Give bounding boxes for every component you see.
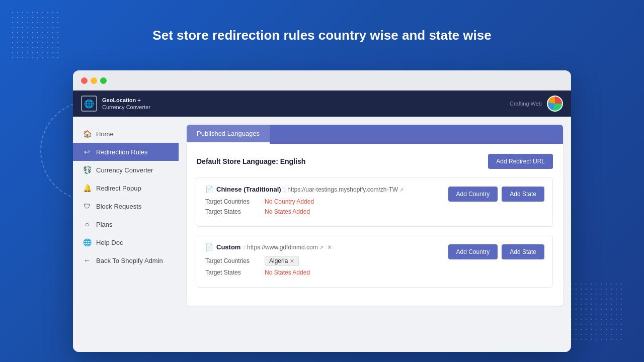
sidebar-item-back-to-shopify[interactable]: ← Back To Shopify Admin: [73, 251, 179, 269]
lang-actions-custom: Add Country Add State: [448, 243, 544, 259]
target-countries-label-custom: Target Countries: [205, 257, 261, 264]
target-states-label-chinese: Target States: [205, 208, 261, 215]
no-country-chinese: No Country Added: [265, 198, 314, 205]
no-states-chinese: No States Added: [265, 208, 310, 215]
language-card-custom: 📄 Custom : https://www.gdfdmmd.com ↗ ✕: [197, 235, 553, 288]
tab-published-languages[interactable]: Published Languages: [187, 125, 270, 144]
title-bar: [73, 70, 571, 90]
delete-icon-custom[interactable]: ✕: [327, 244, 332, 251]
lang-row-chinese: 📄 Chinese (Traditional) : https://uar-te…: [205, 186, 544, 218]
avatar: [547, 96, 563, 112]
target-countries-label-chinese: Target Countries: [205, 198, 261, 205]
lang-actions-chinese: Add Country Add State: [448, 186, 544, 202]
sidebar-item-home[interactable]: 🏠 Home: [73, 125, 179, 143]
sidebar-label-back-to-shopify: Back To Shopify Admin: [96, 257, 163, 264]
traffic-lights: [81, 77, 107, 84]
lang-name-chinese: Chinese (Traditional): [216, 186, 281, 193]
lang-info-custom: 📄 Custom : https://www.gdfdmmd.com ↗ ✕: [205, 243, 448, 279]
target-countries-row-chinese: Target Countries No Country Added: [205, 198, 448, 205]
add-state-button-custom[interactable]: Add State: [502, 244, 544, 259]
tab-label-published-languages: Published Languages: [197, 130, 260, 137]
tab-header: Published Languages: [187, 125, 563, 144]
lang-info-chinese: 📄 Chinese (Traditional) : https://uar-te…: [205, 186, 448, 218]
default-store-row: Default Store Language: English Add Redi…: [197, 154, 553, 169]
globe-icon: 🌐: [84, 99, 94, 109]
store-name: Crafting Web: [510, 101, 542, 107]
logo-text: GeoLocation + Currency Converter: [102, 97, 150, 111]
maximize-button[interactable]: [100, 77, 107, 84]
sidebar-label-block-requests: Block Requests: [96, 203, 141, 210]
browser-window: 🌐 GeoLocation + Currency Converter Craft…: [73, 70, 571, 352]
bell-icon: 🔔: [83, 184, 91, 192]
logo-icon: 🌐: [81, 96, 97, 112]
external-link-icon-chinese: ↗: [399, 187, 404, 193]
sidebar-label-plans: Plans: [96, 221, 113, 228]
target-states-row-custom: Target States No States Added: [205, 269, 448, 276]
content-area: Published Languages Default Store Langua…: [179, 117, 571, 352]
card-content: Default Store Language: English Add Redi…: [187, 144, 563, 306]
no-states-custom: No States Added: [265, 269, 310, 276]
doc-icon-custom: 📄: [205, 243, 213, 251]
lang-name-row-chinese: 📄 Chinese (Traditional) : https://uar-te…: [205, 186, 448, 193]
sidebar-item-redirect-popup[interactable]: 🔔 Redirect Popup: [73, 179, 179, 197]
main-layout: 🏠 Home ↩ Redirection Rules 💱 Currency Co…: [73, 117, 571, 352]
sidebar-item-help-doc[interactable]: 🌐 Help Doc: [73, 233, 179, 251]
sidebar-label-currency-converter: Currency Converter: [96, 166, 153, 174]
lang-row-custom: 📄 Custom : https://www.gdfdmmd.com ↗ ✕: [205, 243, 544, 279]
lang-url-chinese: : https://uar-testings.myshopify.com/zh-…: [284, 186, 404, 193]
shield-icon: 🛡: [83, 202, 91, 210]
sidebar-label-redirect-popup: Redirect Popup: [96, 185, 141, 192]
currency-icon: 💱: [83, 166, 91, 174]
add-redirect-url-button[interactable]: Add Redirect URL: [488, 154, 553, 169]
logo-line1: GeoLocation +: [102, 97, 150, 104]
country-tag-algeria: Algeria ✕: [265, 256, 299, 266]
app-header: 🌐 GeoLocation + Currency Converter Craft…: [73, 90, 571, 117]
home-icon: 🏠: [83, 130, 91, 138]
target-countries-row-custom: Target Countries Algeria ✕: [205, 256, 448, 266]
sidebar-label-home: Home: [96, 130, 114, 138]
app-logo: 🌐 GeoLocation + Currency Converter: [81, 96, 150, 112]
logo-line2: Currency Converter: [102, 104, 150, 111]
back-icon: ←: [83, 256, 91, 264]
language-card-chinese: 📄 Chinese (Traditional) : https://uar-te…: [197, 177, 553, 227]
help-icon: 🌐: [83, 238, 91, 246]
sidebar-item-currency-converter[interactable]: 💱 Currency Converter: [73, 161, 179, 179]
sidebar-label-redirection-rules: Redirection Rules: [96, 148, 148, 156]
target-states-row-chinese: Target States No States Added: [205, 208, 448, 215]
plans-icon: ○: [83, 220, 91, 228]
sidebar: 🏠 Home ↩ Redirection Rules 💱 Currency Co…: [73, 117, 179, 352]
doc-icon-chinese: 📄: [205, 186, 213, 193]
country-tag-label: Algeria: [269, 257, 288, 264]
add-country-button-chinese[interactable]: Add Country: [448, 187, 498, 202]
lang-name-row-custom: 📄 Custom : https://www.gdfdmmd.com ↗ ✕: [205, 243, 448, 251]
sidebar-item-redirection-rules[interactable]: ↩ Redirection Rules: [73, 143, 179, 161]
lang-name-custom: Custom: [216, 243, 240, 251]
lang-url-custom: : https://www.gdfdmmd.com ↗ ✕: [244, 244, 332, 251]
sidebar-label-help-doc: Help Doc: [96, 239, 123, 246]
sidebar-item-plans[interactable]: ○ Plans: [73, 215, 179, 233]
target-states-label-custom: Target States: [205, 269, 261, 276]
add-state-button-chinese[interactable]: Add State: [502, 187, 544, 202]
add-country-button-custom[interactable]: Add Country: [448, 244, 498, 259]
page-title: Set store redirection rules country wise…: [152, 28, 491, 43]
header-right: Crafting Web: [510, 96, 563, 112]
remove-country-button[interactable]: ✕: [290, 258, 294, 264]
close-button[interactable]: [81, 77, 88, 84]
default-store-label: Default Store Language: English: [197, 157, 305, 165]
tab-panel: Published Languages Default Store Langua…: [187, 125, 563, 306]
minimize-button[interactable]: [91, 77, 97, 84]
redirect-icon: ↩: [83, 148, 91, 156]
external-link-icon-custom: ↗: [319, 245, 324, 250]
sidebar-item-block-requests[interactable]: 🛡 Block Requests: [73, 197, 179, 215]
